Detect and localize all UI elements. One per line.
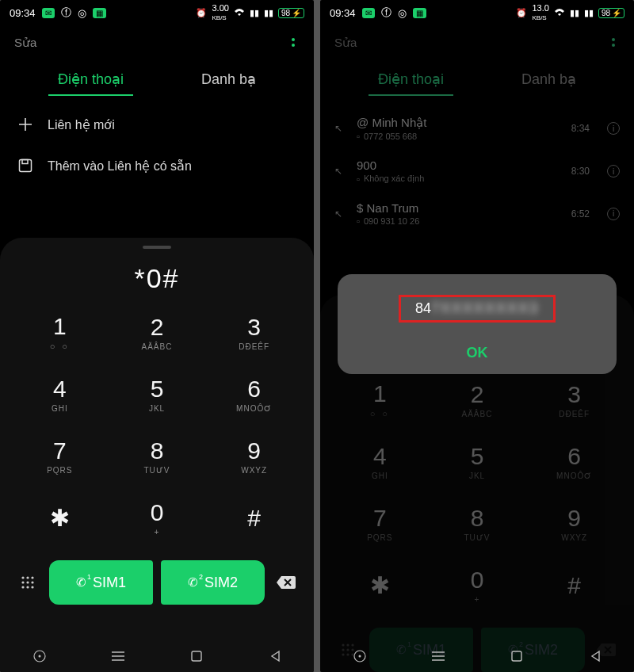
app-header: Sửa [320,25,634,59]
key-2[interactable]: 2AĂÂBC [429,369,526,431]
call-log-screen: 09:34 ✉ ⓕ ◎ ▦ ⏰ 13.0 KB/S ▮▮ ▮▮ 98⚡ Sửa [320,0,634,672]
svg-point-9 [26,586,29,588]
key-5[interactable]: 5JKL [109,364,206,426]
menu-icon[interactable] [109,647,127,665]
key-2[interactable]: 2AĂÂBC [109,302,206,364]
svg-point-8 [21,586,24,588]
call-row: ✆1 SIM1 ✆2 SIM2 [0,549,314,613]
key-7[interactable]: 7PQRS [331,493,429,555]
wifi-icon [234,8,245,17]
signal-icon: ▮▮ [570,8,579,18]
backspace-button[interactable] [273,569,300,596]
tab-contacts[interactable]: Danh bạ [192,64,265,96]
new-contact-row[interactable]: Liên hệ mới [0,104,314,145]
dialed-number: *0# [0,249,314,302]
tab-phone[interactable]: Điện thoại [369,64,453,96]
system-nav [0,640,314,672]
svg-point-5 [21,581,24,583]
dialer-panel: *0# 1○ ○ 2AĂÂBC 3DĐEÊF 4GHI 5JKL 6MNOÔƠ … [0,238,314,672]
key-5[interactable]: 5JKL [429,431,526,493]
svg-point-12 [38,655,40,658]
svg-rect-0 [20,160,32,172]
back-icon[interactable] [586,647,604,665]
battery-indicator: 98⚡ [598,8,624,18]
more-menu-icon[interactable] [607,33,620,52]
svg-point-6 [26,581,29,583]
key-9[interactable]: 9WXYZ [525,493,623,555]
net-speed: 3.00 [212,3,228,13]
sim-card-icon: ▫ [357,174,360,184]
key-3[interactable]: 3DĐEÊF [205,302,303,364]
key-1[interactable]: 1○ ○ [11,302,109,364]
save-icon [17,158,33,174]
key-6[interactable]: 6MNOÔƠ [205,364,303,426]
key-hash[interactable]: # [525,555,623,617]
key-star[interactable]: ✱ [331,555,429,617]
svg-rect-25 [512,651,521,661]
key-0[interactable]: 0+ [109,487,206,549]
key-1[interactable]: 1○ ○ [331,369,429,431]
status-bar: 09:34 ✉ ⓕ ◎ ▦ ⏰ 13.0 KB/S ▮▮ ▮▮ 98⚡ [320,0,634,25]
add-existing-label: Thêm vào Liên hệ có sẵn [48,158,192,174]
tab-contacts[interactable]: Danh bạ [512,64,586,96]
system-nav [320,640,634,672]
tab-phone[interactable]: Điện thoại [48,64,133,96]
key-6[interactable]: 6MNOÔƠ [525,431,623,493]
svg-point-3 [26,576,29,578]
notif-icon: ✉ [42,8,55,18]
recent-apps-icon[interactable] [31,647,48,665]
more-menu-icon[interactable] [287,33,300,52]
phone-icon: ✆2 [188,575,198,590]
alarm-icon: ⏰ [516,8,527,18]
key-4[interactable]: 4GHI [331,431,429,493]
sim-card-icon: ▫ [357,132,360,141]
outgoing-icon: ↖ [334,166,347,177]
info-icon[interactable]: i [607,208,620,220]
outgoing-icon: ↖ [334,123,347,134]
ussd-result-dialog: 847XXXXXXXX3 OK [338,274,617,374]
ok-button[interactable]: OK [350,337,604,363]
call-log-item[interactable]: ↖ $ Nan Trum ▫090 931 10 26 6:52 i [331,193,623,235]
info-icon[interactable]: i [607,165,620,178]
call-log-item[interactable]: ↖ 900 ▫Không xác định 8:30 i [331,150,623,193]
key-0[interactable]: 0+ [429,555,526,617]
phone-dialer-screen: 09:34 ✉ ⓕ ◎ ▦ ⏰ 3.00 KB/S ▮▮ ▮▮ 98⚡ [0,0,314,672]
svg-point-10 [31,586,33,588]
svg-point-4 [31,576,33,578]
svg-point-7 [31,581,33,583]
key-hash[interactable]: # [205,487,303,549]
outgoing-icon: ↖ [334,208,347,220]
call-log-item[interactable]: ↖ @ Minh Nhật ▫0772 055 668 8:34 i [331,107,623,150]
status-time: 09:34 [10,7,36,19]
back-icon[interactable] [266,647,284,665]
key-star[interactable]: ✱ [11,487,109,549]
plus-icon [17,116,33,132]
key-7[interactable]: 7PQRS [11,426,109,487]
home-icon[interactable] [188,647,205,665]
key-8[interactable]: 8TUƯV [109,426,206,487]
sim-card-icon: ▫ [357,216,360,226]
key-8[interactable]: 8TUƯV [429,493,526,555]
edit-button[interactable]: Sửa [14,36,36,50]
result-number: 847XXXXXXXX3 [350,290,604,337]
net-speed: 13.0 [532,3,548,13]
tabs: Điện thoại Danh bạ [0,59,314,104]
sim-icon: ▦ [413,8,426,18]
signal-icon-2: ▮▮ [264,8,273,18]
key-3[interactable]: 3DĐEÊF [525,369,623,431]
info-icon[interactable]: i [607,122,620,135]
keypad-grid-icon[interactable] [14,569,41,596]
battery-indicator: 98⚡ [278,8,304,18]
call-sim2-button[interactable]: ✆2 SIM2 [161,560,265,605]
menu-icon[interactable] [430,647,447,665]
svg-rect-1 [22,160,28,164]
key-9[interactable]: 9WXYZ [205,426,303,487]
key-4[interactable]: 4GHI [11,364,109,426]
edit-button[interactable]: Sửa [334,36,357,50]
recent-apps-icon[interactable] [351,647,369,665]
svg-point-24 [358,655,361,658]
add-existing-row[interactable]: Thêm vào Liên hệ có sẵn [0,145,314,186]
home-icon[interactable] [508,647,525,665]
dialpad: 1○ ○ 2AĂÂBC 3DĐEÊF 4GHI 5JKL 6MNOÔƠ 7PQR… [320,369,634,617]
call-sim1-button[interactable]: ✆1 SIM1 [49,560,153,605]
